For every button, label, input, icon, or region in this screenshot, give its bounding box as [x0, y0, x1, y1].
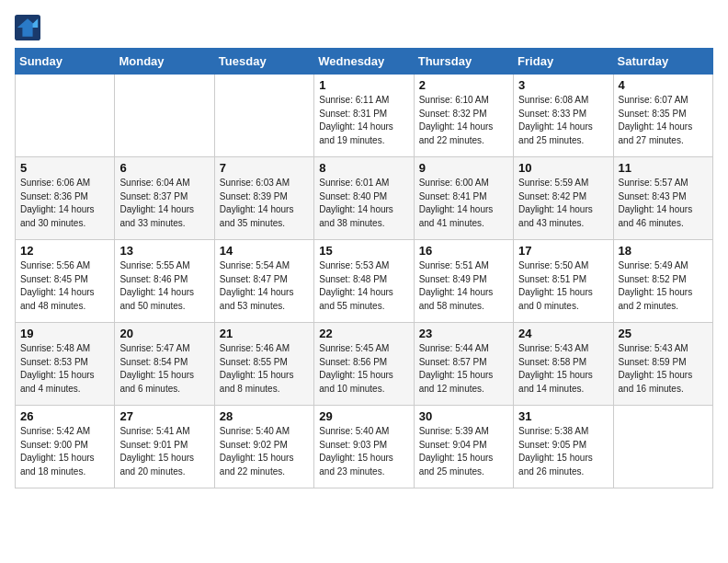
- calendar-cell: 23Sunrise: 5:44 AM Sunset: 8:57 PM Dayli…: [414, 323, 513, 406]
- day-number: 10: [518, 161, 608, 175]
- day-number: 28: [220, 409, 309, 423]
- day-number: 13: [119, 244, 209, 258]
- day-info: Sunrise: 5:43 AM Sunset: 8:58 PM Dayligh…: [518, 342, 608, 396]
- day-info: Sunrise: 5:41 AM Sunset: 9:01 PM Dayligh…: [119, 425, 209, 478]
- day-number: 24: [518, 327, 608, 340]
- day-number: 4: [619, 78, 708, 92]
- day-number: 6: [119, 161, 209, 175]
- day-info: Sunrise: 6:11 AM Sunset: 8:31 PM Dayligh…: [319, 94, 408, 147]
- logo-icon: [15, 15, 40, 40]
- calendar-week-row: 5Sunrise: 6:06 AM Sunset: 8:36 PM Daylig…: [16, 157, 713, 240]
- day-number: 15: [319, 244, 408, 258]
- calendar-cell: 20Sunrise: 5:47 AM Sunset: 8:54 PM Dayli…: [115, 323, 214, 406]
- day-header-saturday: Saturday: [613, 49, 712, 75]
- day-info: Sunrise: 6:06 AM Sunset: 8:36 PM Dayligh…: [20, 177, 109, 230]
- day-number: 9: [419, 161, 508, 175]
- calendar-cell: 7Sunrise: 6:03 AM Sunset: 8:39 PM Daylig…: [214, 157, 313, 240]
- calendar-cell: 16Sunrise: 5:51 AM Sunset: 8:49 PM Dayli…: [414, 240, 513, 323]
- calendar-cell: 5Sunrise: 6:06 AM Sunset: 8:36 PM Daylig…: [16, 157, 115, 240]
- day-info: Sunrise: 5:49 AM Sunset: 8:52 PM Dayligh…: [619, 259, 708, 313]
- calendar-table: SundayMondayTuesdayWednesdayThursdayFrid…: [15, 48, 713, 488]
- day-number: 21: [220, 327, 309, 340]
- day-number: 30: [419, 409, 508, 423]
- calendar-cell: 31Sunrise: 5:38 AM Sunset: 9:05 PM Dayli…: [514, 406, 613, 488]
- day-info: Sunrise: 5:43 AM Sunset: 8:59 PM Dayligh…: [619, 342, 708, 396]
- calendar-cell: [214, 75, 313, 157]
- page-header: [15, 15, 713, 40]
- calendar-cell: 13Sunrise: 5:55 AM Sunset: 8:46 PM Dayli…: [115, 240, 214, 323]
- calendar-week-row: 19Sunrise: 5:48 AM Sunset: 8:53 PM Dayli…: [16, 323, 713, 406]
- day-number: 5: [20, 161, 109, 175]
- calendar-cell: 29Sunrise: 5:40 AM Sunset: 9:03 PM Dayli…: [314, 406, 414, 488]
- calendar-cell: 2Sunrise: 6:10 AM Sunset: 8:32 PM Daylig…: [414, 75, 513, 157]
- day-info: Sunrise: 5:51 AM Sunset: 8:49 PM Dayligh…: [419, 259, 508, 313]
- calendar-cell: 30Sunrise: 5:39 AM Sunset: 9:04 PM Dayli…: [414, 406, 513, 488]
- day-header-thursday: Thursday: [414, 49, 513, 75]
- day-info: Sunrise: 5:46 AM Sunset: 8:55 PM Dayligh…: [220, 342, 309, 396]
- day-number: 1: [319, 78, 408, 92]
- day-header-tuesday: Tuesday: [214, 49, 313, 75]
- calendar-cell: 22Sunrise: 5:45 AM Sunset: 8:56 PM Dayli…: [314, 323, 414, 406]
- day-number: 17: [518, 244, 608, 258]
- calendar-cell: 12Sunrise: 5:56 AM Sunset: 8:45 PM Dayli…: [16, 240, 115, 323]
- day-info: Sunrise: 5:40 AM Sunset: 9:03 PM Dayligh…: [319, 425, 408, 478]
- day-info: Sunrise: 5:42 AM Sunset: 9:00 PM Dayligh…: [20, 425, 109, 478]
- day-number: 7: [220, 161, 309, 175]
- calendar-cell: [115, 75, 214, 157]
- calendar-header-row: SundayMondayTuesdayWednesdayThursdayFrid…: [16, 49, 713, 75]
- logo: [15, 15, 44, 40]
- day-info: Sunrise: 5:47 AM Sunset: 8:54 PM Dayligh…: [119, 342, 209, 396]
- calendar-week-row: 26Sunrise: 5:42 AM Sunset: 9:00 PM Dayli…: [16, 406, 713, 488]
- calendar-cell: 26Sunrise: 5:42 AM Sunset: 9:00 PM Dayli…: [16, 406, 115, 488]
- day-number: 19: [20, 327, 109, 340]
- day-number: 3: [518, 78, 608, 92]
- calendar-cell: 17Sunrise: 5:50 AM Sunset: 8:51 PM Dayli…: [514, 240, 613, 323]
- calendar-cell: 15Sunrise: 5:53 AM Sunset: 8:48 PM Dayli…: [314, 240, 414, 323]
- day-info: Sunrise: 5:59 AM Sunset: 8:42 PM Dayligh…: [518, 177, 608, 230]
- day-number: 18: [619, 244, 708, 258]
- day-number: 11: [619, 161, 708, 175]
- day-header-friday: Friday: [514, 49, 613, 75]
- day-info: Sunrise: 5:56 AM Sunset: 8:45 PM Dayligh…: [20, 259, 109, 313]
- day-info: Sunrise: 5:39 AM Sunset: 9:04 PM Dayligh…: [419, 425, 508, 478]
- day-header-sunday: Sunday: [16, 49, 115, 75]
- day-info: Sunrise: 5:57 AM Sunset: 8:43 PM Dayligh…: [619, 177, 708, 230]
- calendar-cell: 27Sunrise: 5:41 AM Sunset: 9:01 PM Dayli…: [115, 406, 214, 488]
- day-info: Sunrise: 6:10 AM Sunset: 8:32 PM Dayligh…: [419, 94, 508, 147]
- calendar-cell: 3Sunrise: 6:08 AM Sunset: 8:33 PM Daylig…: [514, 75, 613, 157]
- day-info: Sunrise: 5:38 AM Sunset: 9:05 PM Dayligh…: [518, 425, 608, 478]
- calendar-cell: 11Sunrise: 5:57 AM Sunset: 8:43 PM Dayli…: [613, 157, 712, 240]
- day-number: 22: [319, 327, 408, 340]
- day-info: Sunrise: 5:44 AM Sunset: 8:57 PM Dayligh…: [419, 342, 508, 396]
- calendar-cell: 28Sunrise: 5:40 AM Sunset: 9:02 PM Dayli…: [214, 406, 313, 488]
- calendar-cell: 21Sunrise: 5:46 AM Sunset: 8:55 PM Dayli…: [214, 323, 313, 406]
- day-info: Sunrise: 6:00 AM Sunset: 8:41 PM Dayligh…: [419, 177, 508, 230]
- day-header-wednesday: Wednesday: [314, 49, 414, 75]
- day-info: Sunrise: 5:45 AM Sunset: 8:56 PM Dayligh…: [319, 342, 408, 396]
- calendar-cell: 4Sunrise: 6:07 AM Sunset: 8:35 PM Daylig…: [613, 75, 712, 157]
- calendar-cell: 9Sunrise: 6:00 AM Sunset: 8:41 PM Daylig…: [414, 157, 513, 240]
- day-number: 12: [20, 244, 109, 258]
- calendar-cell: 10Sunrise: 5:59 AM Sunset: 8:42 PM Dayli…: [514, 157, 613, 240]
- day-number: 29: [319, 409, 408, 423]
- calendar-cell: [16, 75, 115, 157]
- calendar-cell: 6Sunrise: 6:04 AM Sunset: 8:37 PM Daylig…: [115, 157, 214, 240]
- day-info: Sunrise: 5:53 AM Sunset: 8:48 PM Dayligh…: [319, 259, 408, 313]
- day-number: 23: [419, 327, 508, 340]
- calendar-cell: 14Sunrise: 5:54 AM Sunset: 8:47 PM Dayli…: [214, 240, 313, 323]
- calendar-cell: 19Sunrise: 5:48 AM Sunset: 8:53 PM Dayli…: [16, 323, 115, 406]
- calendar-cell: 1Sunrise: 6:11 AM Sunset: 8:31 PM Daylig…: [314, 75, 414, 157]
- day-info: Sunrise: 5:50 AM Sunset: 8:51 PM Dayligh…: [518, 259, 608, 313]
- day-number: 2: [419, 78, 508, 92]
- calendar-cell: [613, 406, 712, 488]
- calendar-week-row: 12Sunrise: 5:56 AM Sunset: 8:45 PM Dayli…: [16, 240, 713, 323]
- day-info: Sunrise: 5:55 AM Sunset: 8:46 PM Dayligh…: [119, 259, 209, 313]
- calendar-cell: 25Sunrise: 5:43 AM Sunset: 8:59 PM Dayli…: [613, 323, 712, 406]
- day-number: 8: [319, 161, 408, 175]
- calendar-cell: 8Sunrise: 6:01 AM Sunset: 8:40 PM Daylig…: [314, 157, 414, 240]
- day-number: 20: [119, 327, 209, 340]
- day-info: Sunrise: 6:01 AM Sunset: 8:40 PM Dayligh…: [319, 177, 408, 230]
- day-number: 31: [518, 409, 608, 423]
- day-info: Sunrise: 5:48 AM Sunset: 8:53 PM Dayligh…: [20, 342, 109, 396]
- day-number: 26: [20, 409, 109, 423]
